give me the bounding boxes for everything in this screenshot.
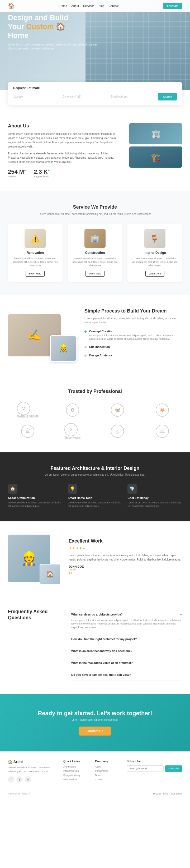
faq-question-1[interactable]: What services do architects provide? − (71, 612, 182, 617)
logo-3: 🦋 (98, 402, 137, 418)
faq-q3-text: What is an architect and why do I need o… (71, 649, 132, 653)
logo-2-shape: ⚙ (66, 403, 79, 417)
quote-mark-icon: " (69, 574, 182, 578)
footer-description: Lorem ipsum dolor sit amet, consectetur … (8, 766, 55, 773)
faq-question-2[interactable]: How do I find the right architect for my… (71, 637, 182, 641)
footer-link-interior[interactable]: Interior Design (63, 770, 87, 772)
subscribe-button[interactable]: Subscribe (165, 766, 182, 772)
location-input[interactable] (13, 94, 59, 100)
search-button[interactable]: Search (158, 93, 177, 100)
nav-about[interactable]: About (71, 4, 79, 7)
logo-8: 📖 (143, 423, 182, 439)
service-construction: Construction Lorem ipsum dolor sit amet,… (68, 224, 122, 282)
service-renovation: Renovation Lorem ipsum dolor sit amet, c… (8, 224, 63, 282)
footer-terms-link[interactable]: Our Terms (171, 793, 182, 795)
faq-q5-toggle[interactable]: + (180, 673, 182, 677)
faq-question-3[interactable]: What is an architect and why do I need o… (71, 649, 182, 653)
featured-title: Featured Architecture & Interior Design (8, 466, 182, 471)
hero-title: Design and Build Your Custom 🏠 Home (8, 13, 99, 40)
faq-question-4[interactable]: What is the real added value of an archi… (71, 661, 182, 665)
footer-link-about[interactable]: About (95, 766, 119, 768)
cta-title: Ready to get started. Let's work togethe… (8, 710, 182, 717)
logo-7: △ (98, 423, 137, 439)
logo-1: M MARBLE GROUP (8, 402, 47, 418)
faq-q3-toggle[interactable]: + (180, 649, 182, 653)
nav-services[interactable]: Services (83, 4, 94, 7)
featured-cards: 🏠 Space Optimization Lorem ipsum dolor s… (8, 484, 182, 508)
email-input[interactable] (110, 94, 155, 100)
twitter-icon[interactable]: t (16, 776, 23, 783)
faq-q1-toggle[interactable]: − (180, 612, 182, 617)
footer-logo: 🏠 Archi (8, 760, 55, 764)
footer-company-list: About Partnerships Terms Contact (95, 766, 119, 781)
footer-link-contact[interactable]: Contact (95, 778, 119, 781)
faq-q5-text: Do you have a sample deal that I can vie… (71, 673, 131, 676)
about-image-top (129, 123, 182, 144)
testimonial-title: Excellent Work (69, 538, 182, 544)
hero-building (85, 0, 190, 90)
services-section: Service We Provide Lorem ipsum dolor sit… (0, 191, 190, 295)
process-inset-image: 👷 (50, 335, 77, 362)
process-step-1: Concept Creation Lorem ipsum dolor sit a… (84, 330, 182, 341)
stat-clients-sup: + (48, 169, 50, 173)
testimonial-author: JOHN DOE (69, 565, 182, 568)
logo-2: ⚙ (53, 402, 92, 418)
nav-home[interactable]: Home (60, 4, 67, 7)
about-title: About Us (8, 123, 121, 129)
about-text: About Us Lorem ipsum dolor sit amet, con… (8, 123, 121, 178)
stat-projects-sup: + (24, 169, 26, 173)
dimension-input[interactable] (62, 94, 107, 100)
faq-q4-toggle[interactable]: + (180, 661, 182, 665)
featured-card-2-icon: 💡 (68, 484, 77, 494)
process-title: Simple Process to Build Your Dream (84, 308, 182, 314)
linkedin-icon[interactable]: in (25, 776, 31, 783)
footer-link-architecture[interactable]: Architecture (63, 766, 87, 768)
services-subtitle: Lorem ipsum dolor sit amet, consectetur … (8, 212, 182, 216)
faq-q1-text: What services do architects provide? (71, 613, 123, 616)
social-icons: f t in (8, 776, 55, 783)
logo-3-shape: 🦋 (111, 403, 124, 417)
nav-blog[interactable]: Blog (99, 4, 104, 7)
service-construction-btn[interactable]: Learn More (85, 271, 105, 277)
footer-link-terms[interactable]: Terms (95, 774, 119, 777)
footer-company-title: Company (95, 760, 119, 763)
logo-4: 🦊 (143, 402, 182, 418)
stat-projects-label: Projects (8, 175, 26, 178)
service-interior-image (144, 229, 165, 248)
footer-link-advisory[interactable]: Design Advisory (63, 774, 87, 777)
footer-links-company: Company About Partnerships Terms Contact (95, 760, 119, 783)
navbar-logo: 🏠 (8, 3, 14, 9)
footer-brand: 🏠 Archi Lorem ipsum dolor sit amet, cons… (8, 760, 55, 783)
footer-legal-links: Privacy Policy Our Terms (153, 793, 182, 795)
testimonial-role: Google (69, 568, 182, 571)
process-images: ✍️ 👷 (8, 314, 77, 356)
testimonial-images: 👷 🏠 (8, 535, 61, 582)
subscribe-email-input[interactable] (127, 766, 164, 772)
navbar-cta-button[interactable]: Estimate (163, 3, 182, 9)
cta-button[interactable]: Contact Us (79, 726, 111, 736)
faq-question-5[interactable]: Do you have a sample deal that I can vie… (71, 673, 182, 677)
about-images (129, 123, 182, 167)
service-interior: Interior Design Lorem ipsum dolor sit am… (127, 224, 182, 282)
hero-emoji: 🏠 (56, 23, 65, 31)
step-2-dot (84, 346, 86, 348)
stat-projects-number: 254 M+ (8, 168, 26, 175)
service-renovation-btn[interactable]: Learn More (26, 271, 45, 277)
footer-link-partnerships[interactable]: Partnerships (95, 770, 119, 772)
logo-5: 🏛 (8, 423, 47, 439)
faq-item-2: How do I find the right architect for my… (71, 633, 182, 645)
process-step-2: Site Inspection (84, 345, 182, 349)
footer-link-merchandise[interactable]: Merchandise (63, 778, 87, 781)
featured-card-1-icon: 🏠 (8, 484, 17, 494)
step-1-dot (84, 331, 86, 333)
facebook-icon[interactable]: f (8, 776, 14, 783)
faq-q2-toggle[interactable]: + (180, 637, 182, 641)
footer-privacy-link[interactable]: Privacy Policy (153, 793, 168, 795)
footer-links-quick: Quick Links Architecture Interior Design… (63, 760, 87, 783)
faq-item-1: What services do architects provide? − L… (71, 609, 182, 633)
featured-card-1: 🏠 Space Optimization Lorem ipsum dolor s… (8, 484, 63, 508)
testimonial-quote: Lorem ipsum dolor sit amet, consectetur … (69, 553, 182, 562)
nav-contact[interactable]: Contact (109, 4, 118, 7)
service-interior-btn[interactable]: Learn More (145, 271, 164, 277)
navbar-links: Home About Services Blog Contact (60, 4, 118, 7)
